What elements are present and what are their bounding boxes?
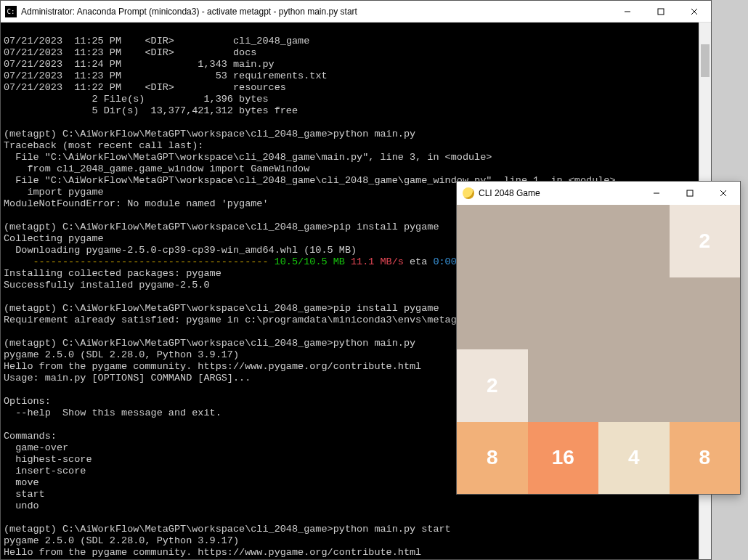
game-cell (457, 277, 528, 350)
stdout: pygame 2.5.0 (SDL 2.28.0, Python 3.9.17) (4, 349, 239, 360)
dir-line: 07/21/2023 11:22 PM <DIR> resources (4, 82, 286, 93)
dir-line: 07/21/2023 11:25 PM <DIR> cli_2048_game (4, 36, 309, 46)
terminal-titlebar[interactable]: C: Administrator: Anaconda Prompt (minic… (1, 1, 711, 23)
game-cell (670, 349, 741, 422)
game-titlebar[interactable]: CLI 2048 Game (457, 182, 740, 205)
game-title: CLI 2048 Game (479, 188, 540, 198)
game-cell: 2 (670, 205, 741, 277)
traceback: from cli_2048_game.game_window import Ga… (4, 163, 309, 174)
terminal-window-controls (611, 1, 711, 23)
game-cell (528, 349, 599, 422)
game-cell (457, 205, 528, 277)
pip-output: Downloading pygame-2.5.0-cp39-cp39-win_a… (4, 245, 357, 256)
game-board[interactable]: 2281648 (457, 205, 740, 494)
prompt-line: (metagpt) C:\AiWorkFlow\MetaGPT\workspac… (4, 129, 415, 139)
close-button[interactable] (678, 1, 711, 23)
svg-rect-1 (658, 9, 664, 15)
pip-output: Collecting pygame (4, 233, 104, 244)
prompt-line: (metagpt) C:\AiWorkFlow\MetaGPT\workspac… (4, 524, 451, 535)
prompt-line: (metagpt) C:\AiWorkFlow\MetaGPT\workspac… (4, 338, 415, 349)
prompt-line: (metagpt) C:\AiWorkFlow\MetaGPT\workspac… (4, 303, 439, 314)
traceback: File "C:\AiWorkFlow\MetaGPT\workspace\cl… (4, 152, 492, 163)
prompt-line: (metagpt) C:\AiWorkFlow\MetaGPT\workspac… (4, 222, 439, 232)
stdout: --help Show this message and exit. (4, 407, 221, 418)
dir-line: 07/21/2023 11:23 PM <DIR> docs (4, 47, 256, 58)
pip-progress: ----------------------------------------… (4, 256, 463, 267)
stdout: Hello from the pygame community. https:/… (4, 361, 421, 372)
close-button[interactable] (707, 182, 740, 204)
stdout: Options: (4, 396, 51, 407)
stdout: pygame 2.5.0 (SDL 2.28.0, Python 3.9.17) (4, 535, 239, 546)
stdout: Usage: main.py [OPTIONS] COMMAND [ARGS].… (4, 373, 251, 384)
traceback: ModuleNotFoundError: No module named 'py… (4, 198, 269, 209)
stdout: move (4, 477, 39, 488)
maximize-button[interactable] (644, 1, 678, 23)
game-cell: 2 (457, 349, 528, 422)
game-cell (528, 205, 599, 277)
stdout: Commands: (4, 431, 57, 442)
stdout: game-over (4, 442, 68, 453)
game-cell (528, 277, 599, 350)
game-cell (598, 349, 670, 422)
dir-line: 07/21/2023 11:23 PM 53 requirements.txt (4, 70, 328, 81)
terminal-title: Administrator: Anaconda Prompt (minicond… (21, 7, 357, 17)
game-cell: 8 (670, 422, 741, 495)
stdout: highest-score (4, 454, 92, 465)
pip-output: Requirement already satisfied: pygame in… (4, 315, 463, 325)
pip-output: Successfully installed pygame-2.5.0 (4, 280, 210, 291)
game-window: CLI 2048 Game 2281648 (456, 181, 741, 495)
game-cell: 4 (598, 422, 670, 495)
stdout: undo (4, 500, 39, 511)
scrollbar-thumb[interactable] (701, 44, 710, 77)
game-cell (598, 277, 670, 350)
dir-line: 07/21/2023 11:24 PM 1,343 main.py (4, 59, 275, 70)
maximize-button[interactable] (673, 182, 707, 204)
minimize-button[interactable] (611, 1, 644, 23)
game-cell (670, 277, 741, 350)
game-cell: 16 (528, 422, 599, 495)
stdout: insert-score (4, 466, 86, 476)
traceback: Traceback (most recent call last): (4, 140, 203, 151)
dir-summary-files: 2 File(s) 1,396 bytes (4, 94, 269, 105)
dir-summary-dirs: 5 Dir(s) 13,377,421,312 bytes free (4, 105, 298, 116)
cmd-icon: C: (5, 6, 17, 17)
game-cell (598, 205, 670, 277)
svg-rect-5 (687, 190, 693, 196)
traceback: import pygame (4, 187, 104, 198)
game-cell: 8 (457, 422, 528, 495)
game-window-controls (640, 182, 740, 204)
stdout: start (4, 489, 45, 500)
stdout: Hello from the pygame community. https:/… (4, 547, 421, 558)
minimize-button[interactable] (640, 182, 673, 204)
pygame-icon (463, 187, 474, 199)
pip-output: Installing collected packages: pygame (4, 268, 221, 279)
